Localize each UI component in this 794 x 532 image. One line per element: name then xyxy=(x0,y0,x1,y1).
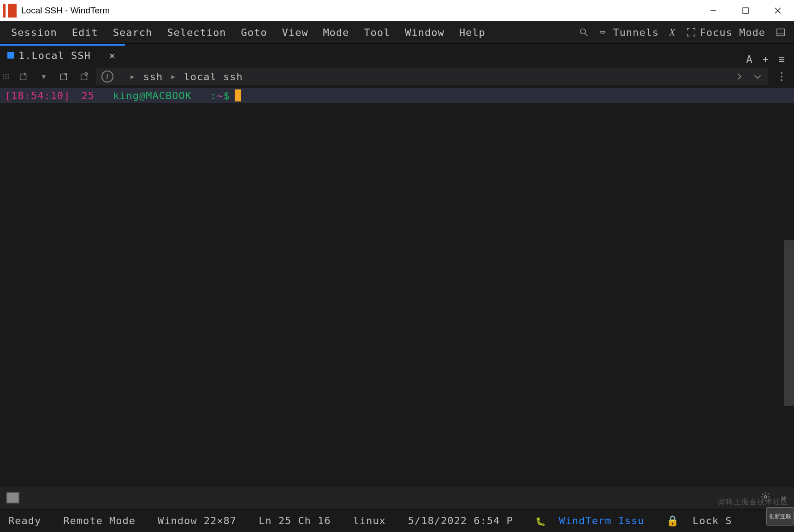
menu-view[interactable]: View xyxy=(274,22,315,43)
panel-toggle-icon[interactable] xyxy=(776,27,786,37)
menu-edit[interactable]: Edit xyxy=(65,22,106,43)
session-settings-icon[interactable] xyxy=(77,69,92,84)
status-window-size: Window 22×87 xyxy=(158,515,237,526)
svg-line-5 xyxy=(585,34,588,36)
status-datetime: 5/18/2022 6:54 P xyxy=(408,515,513,526)
tab-label: 1.Local SSH xyxy=(18,50,91,61)
chevron-right-icon[interactable] xyxy=(734,71,744,82)
terminal-prompt-line: [18:54:10] 25 king@MACBOOK:~$ xyxy=(0,88,794,103)
terminal-cursor xyxy=(235,89,241,101)
tabbar: 1.Local SSH × A + ≡ xyxy=(0,44,794,65)
svg-rect-14 xyxy=(81,74,87,80)
statusbar: Ready Remote Mode Window 22×87 Ln 25 Ch … xyxy=(0,509,794,532)
bug-icon: 🐛 xyxy=(535,516,546,526)
breadcrumb-divider xyxy=(122,71,122,82)
svg-rect-1 xyxy=(743,8,748,13)
menu-session[interactable]: Session xyxy=(4,22,65,43)
breadcrumb-local-ssh[interactable]: local ssh xyxy=(184,71,243,83)
toolbar-grip-icon[interactable] xyxy=(3,74,10,79)
status-issue[interactable]: 🐛 WindTerm Issu xyxy=(535,515,645,526)
focus-mode-label: Focus Mode xyxy=(700,27,765,38)
prompt-path: ~ xyxy=(217,90,223,101)
menubar: Session Edit Search Selection Goto View … xyxy=(0,21,794,43)
menu-help[interactable]: Help xyxy=(452,22,493,43)
lock-icon: 🔒 xyxy=(666,515,679,526)
toolbar-more-icon[interactable] xyxy=(775,72,788,81)
menu-tool[interactable]: Tool xyxy=(356,22,397,43)
breadcrumb-arrow-icon: ▶ xyxy=(130,73,135,80)
status-lock[interactable]: 🔒 Lock S xyxy=(666,515,732,526)
tab-local-ssh[interactable]: 1.Local SSH × xyxy=(0,44,125,65)
watermark-text: @稀土掘金技术社区 xyxy=(718,497,788,507)
status-remote-mode[interactable]: Remote Mode xyxy=(63,515,136,526)
status-issue-label: WindTerm Issu xyxy=(559,515,644,526)
status-line-col[interactable]: Ln 25 Ch 16 xyxy=(259,515,331,526)
svg-rect-11 xyxy=(61,74,67,80)
new-tab-icon[interactable]: + xyxy=(763,53,769,65)
menu-search[interactable]: Search xyxy=(106,22,160,43)
x-label: X xyxy=(669,26,675,38)
focus-mode-button[interactable]: Focus Mode xyxy=(686,27,765,38)
tab-indicator-icon xyxy=(7,52,14,59)
new-session-icon[interactable] xyxy=(16,69,31,84)
close-button[interactable] xyxy=(762,0,794,21)
terminal[interactable]: [18:54:10] 25 king@MACBOOK:~$ xyxy=(0,88,794,487)
app-icon xyxy=(3,4,17,18)
maximize-button[interactable] xyxy=(729,0,762,21)
breadcrumb-ssh[interactable]: ssh xyxy=(143,71,163,83)
tunnels-button[interactable]: Tunnels xyxy=(599,27,659,38)
tab-menu-icon[interactable]: ≡ xyxy=(779,53,785,65)
prompt-dollar: $ xyxy=(223,90,230,101)
status-os: linux xyxy=(353,515,386,526)
menu-selection[interactable]: Selection xyxy=(160,22,233,43)
menu-mode[interactable]: Mode xyxy=(315,22,356,43)
tab-close-icon[interactable]: × xyxy=(109,50,116,61)
toolbar-letter-button[interactable]: A xyxy=(746,53,752,65)
terminal-scrollbar[interactable] xyxy=(784,240,794,406)
breadcrumb-bar[interactable]: i ▶ ssh ▶ local ssh xyxy=(96,68,768,85)
status-ready: Ready xyxy=(8,515,41,526)
search-icon[interactable] xyxy=(579,27,589,37)
prompt-history-number: 25 xyxy=(81,90,95,101)
svg-rect-8 xyxy=(20,74,26,80)
prompt-user-host: king@MACBOOK xyxy=(113,90,192,101)
chevron-down-icon[interactable] xyxy=(753,71,763,82)
titlebar: Local SSH - WindTerm xyxy=(0,0,794,21)
prompt-sep: : xyxy=(210,90,217,101)
panel-bar: × xyxy=(0,487,794,509)
x-button[interactable]: X xyxy=(669,26,675,38)
prompt-timestamp: [18:54:10] xyxy=(5,90,70,101)
menu-window[interactable]: Window xyxy=(397,22,451,43)
close-session-icon[interactable] xyxy=(56,69,72,84)
svg-rect-6 xyxy=(777,29,785,36)
panel-windows-icon[interactable] xyxy=(7,493,19,503)
toolbar: ▼ i ▶ ssh ▶ local ssh xyxy=(0,65,794,88)
status-lock-label: Lock S xyxy=(693,515,732,526)
minimize-button[interactable] xyxy=(697,0,729,21)
breadcrumb-arrow-icon: ▶ xyxy=(171,73,175,80)
toolbar-chevron-down-icon[interactable]: ▼ xyxy=(36,69,52,84)
menu-goto[interactable]: Goto xyxy=(233,22,274,43)
watermark-badge: 创新互联 xyxy=(766,507,794,526)
tunnels-label: Tunnels xyxy=(613,27,659,38)
window-title: Local SSH - WindTerm xyxy=(21,6,110,16)
info-icon[interactable]: i xyxy=(101,71,113,83)
svg-point-4 xyxy=(581,29,586,34)
